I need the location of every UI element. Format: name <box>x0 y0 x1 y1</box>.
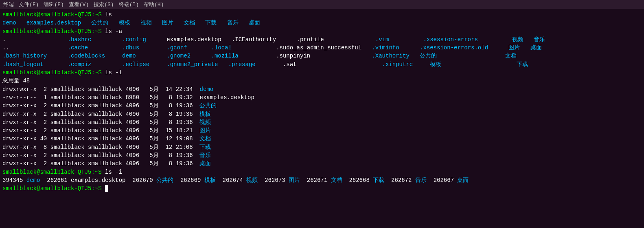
ls-i-output: 394345 demo 262661 examples.desktop 2626… <box>2 176 642 184</box>
ls-l-row10: drwxr-xr-x 2 smallblack smallblack 4096 … <box>2 159 642 168</box>
ls-l-row9: drwxr-xr-x 2 smallblack smallblack 4096 … <box>2 151 642 159</box>
ls-a-row1: . .bashrc .config examples.desktop .ICEa… <box>2 35 642 44</box>
menu-terminal[interactable]: 终端 <box>3 1 14 8</box>
ls-l-row3: drwxr-xr-x 2 smallblack smallblack 4096 … <box>2 102 642 110</box>
ls-l-row4: drwxr-xr-x 2 smallblack smallblack 4096 … <box>2 110 642 118</box>
menu-view[interactable]: 查看(V) <box>69 1 89 8</box>
terminal-body: smallblack@smallblack-QTJ5:~$ ls demo ex… <box>0 9 644 195</box>
final-prompt[interactable]: smallblack@smallblack-QTJ5:~$ <box>2 184 642 193</box>
ls-l-row2: -rw-r--r-- 1 smallblack smallblack 8980 … <box>2 93 642 102</box>
cmd-ls-i: smallblack@smallblack-QTJ5:~$ ls -i <box>2 168 642 176</box>
cmd-ls: smallblack@smallblack-QTJ5:~$ ls <box>2 11 642 19</box>
cmd-ls-a: smallblack@smallblack-QTJ5:~$ ls -a <box>2 27 642 35</box>
ls-l-row8: drwxr-xr-x 8 smallblack smallblack 4096 … <box>2 143 642 151</box>
ls-a-row3: .bash_history .codeblocks demo .gnome2 .… <box>2 52 642 60</box>
menu-help[interactable]: 帮助(H) <box>144 1 164 8</box>
ls-l-row6: drwxr-xr-x 2 smallblack smallblack 4096 … <box>2 126 642 135</box>
menu-terminal2[interactable]: 终端(I) <box>119 1 139 8</box>
menu-edit[interactable]: 编辑(E) <box>44 1 64 8</box>
menu-file[interactable]: 文件(F) <box>19 1 39 8</box>
ls-l-row1: drwxrwxr-x 2 smallblack smallblack 4096 … <box>2 85 642 93</box>
ls-a-row4: .bash_logout .compiz .eclipse .gnome2_pr… <box>2 60 642 69</box>
ls-l-row7: drwxr-xr-x 40 smallblack smallblack 4096… <box>2 135 642 143</box>
ls-l-total: 总用量 48 <box>2 77 642 85</box>
menu-search[interactable]: 搜索(S) <box>94 1 114 8</box>
ls-output: demo examples.desktop 公共的 模板 视频 图片 文档 下载… <box>2 19 642 27</box>
ls-a-row2: .. .cache .dbus .gconf .local .sudo_as_a… <box>2 44 642 52</box>
ls-l-row5: drwxr-xr-x 2 smallblack smallblack 4096 … <box>2 118 642 126</box>
cmd-ls-l: smallblack@smallblack-QTJ5:~$ ls -l <box>2 69 642 77</box>
menu-bar[interactable]: 终端 文件(F) 编辑(E) 查看(V) 搜索(S) 终端(I) 帮助(H) <box>0 0 644 9</box>
